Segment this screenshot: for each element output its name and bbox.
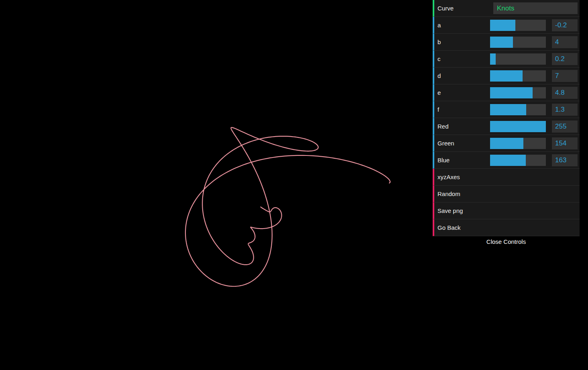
slider-fill <box>490 104 526 115</box>
slider-label: Blue <box>437 152 450 168</box>
slider-fill <box>490 37 513 48</box>
slider-track[interactable] <box>490 104 546 115</box>
slider-fill <box>490 53 496 65</box>
slider-row-b: b 4 <box>433 34 580 51</box>
curve-select[interactable]: Knots <box>493 2 578 14</box>
button-save-png[interactable]: Save png <box>433 202 580 219</box>
controller-rows: a -0.2 b 4 c 0.2 d 7 e 4.8 f 1.3 <box>433 17 580 236</box>
slider-track[interactable] <box>490 20 546 31</box>
slider-value-input[interactable]: 154 <box>552 137 578 149</box>
button-label: Random <box>437 186 460 202</box>
slider-fill <box>490 70 523 82</box>
slider-track[interactable] <box>490 138 546 149</box>
slider-value-input[interactable]: 1.3 <box>552 104 578 116</box>
slider-label: f <box>437 101 439 118</box>
slider-label: c <box>437 51 441 67</box>
slider-fill <box>490 155 526 166</box>
button-label: Go Back <box>437 219 461 236</box>
slider-fill <box>490 87 533 98</box>
close-controls-button[interactable]: Close Controls <box>433 236 580 247</box>
slider-value-input[interactable]: 163 <box>552 154 578 166</box>
button-random[interactable]: Random <box>433 186 580 202</box>
slider-track[interactable] <box>490 121 546 132</box>
curve-label: Curve <box>437 0 454 16</box>
slider-value-input[interactable]: 255 <box>552 121 578 133</box>
slider-fill <box>490 20 515 31</box>
slider-row-c: c 0.2 <box>433 51 580 67</box>
slider-value-input[interactable]: 4 <box>552 36 578 48</box>
curve-row: Curve Knots <box>433 0 580 17</box>
slider-track[interactable] <box>490 37 546 48</box>
dat-gui-panel: Curve Knots a -0.2 b 4 c 0.2 d 7 e 4.8 <box>433 0 580 247</box>
app-window: Curve Knots a -0.2 b 4 c 0.2 d 7 e 4.8 <box>0 0 588 370</box>
slider-row-a: a -0.2 <box>433 17 580 34</box>
slider-value-input[interactable]: 7 <box>552 70 578 82</box>
slider-track[interactable] <box>490 155 546 166</box>
slider-row-red: Red 255 <box>433 118 580 135</box>
slider-label: d <box>437 67 441 84</box>
slider-label: Green <box>437 135 454 151</box>
slider-value-input[interactable]: 0.2 <box>552 53 578 65</box>
button-xyzaxes[interactable]: xyzAxes <box>433 169 580 186</box>
slider-row-d: d 7 <box>433 67 580 84</box>
slider-value-input[interactable]: -0.2 <box>552 19 578 31</box>
slider-row-e: e 4.8 <box>433 84 580 101</box>
slider-value-input[interactable]: 4.8 <box>552 87 578 99</box>
slider-label: b <box>437 34 441 50</box>
slider-label: a <box>437 17 441 33</box>
slider-track[interactable] <box>490 87 546 98</box>
slider-label: Red <box>437 118 449 135</box>
slider-row-blue: Blue 163 <box>433 152 580 169</box>
slider-track[interactable] <box>490 70 546 82</box>
slider-fill <box>490 138 523 149</box>
button-label: xyzAxes <box>437 169 460 185</box>
slider-row-f: f 1.3 <box>433 101 580 118</box>
slider-track[interactable] <box>490 53 546 65</box>
button-go-back[interactable]: Go Back <box>433 219 580 236</box>
slider-fill <box>490 121 546 132</box>
slider-row-green: Green 154 <box>433 135 580 152</box>
button-label: Save png <box>437 202 463 219</box>
slider-label: e <box>437 84 441 101</box>
